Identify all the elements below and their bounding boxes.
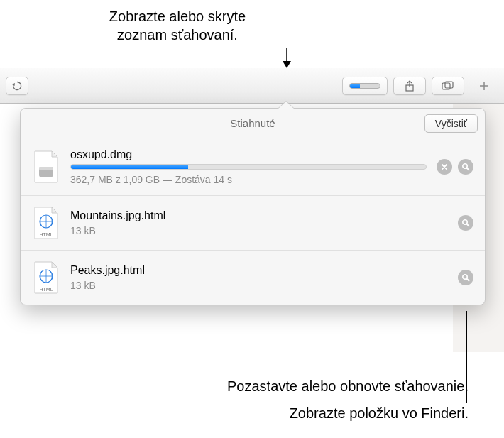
clear-button[interactable]: Vyčistiť — [424, 114, 478, 133]
downloads-popover: Stiahnuté Vyčistiť osxupd.dmg 362,7 MB z… — [20, 108, 486, 305]
tabs-icon — [442, 81, 454, 91]
download-name: Peaks.jpg.html — [70, 264, 448, 277]
reload-icon — [12, 81, 22, 91]
magnifier-icon — [461, 163, 470, 171]
download-item: HTML Peaks.jpg.html 13 kB — [21, 251, 485, 305]
tabs-button[interactable] — [432, 77, 464, 95]
magnifier-icon — [461, 219, 470, 227]
show-in-finder-button[interactable] — [458, 159, 473, 175]
svg-marker-1 — [283, 61, 291, 68]
svg-line-9 — [467, 168, 469, 170]
download-item: osxupd.dmg 362,7 MB z 1,09 GB — Zostáva … — [21, 138, 485, 196]
svg-text:HTML: HTML — [39, 287, 53, 292]
magnifier-icon — [461, 273, 470, 282]
new-tab-button[interactable] — [470, 77, 498, 95]
annotation-show-hide-downloads: Zobrazte alebo skryte zoznam sťahovaní. — [71, 7, 284, 44]
download-status: 13 kB — [70, 225, 448, 236]
stop-download-button[interactable] — [437, 159, 452, 175]
downloads-button[interactable] — [342, 77, 388, 95]
share-button[interactable] — [393, 77, 426, 95]
download-name: Mountains.jpg.html — [70, 209, 448, 222]
download-item: HTML Mountains.jpg.html 13 kB — [21, 196, 485, 251]
plus-icon — [478, 80, 490, 92]
browser-toolbar — [0, 68, 504, 104]
svg-text:HTML: HTML — [39, 232, 53, 237]
svg-line-17 — [467, 279, 469, 281]
annotation-show-in-finder: Zobrazte položku vo Finderi. — [43, 404, 469, 422]
show-in-finder-button[interactable] — [458, 270, 473, 285]
share-icon — [405, 80, 415, 92]
svg-rect-4 — [442, 83, 450, 89]
html-file-icon: HTML — [32, 261, 60, 295]
download-name: osxupd.dmg — [70, 148, 427, 161]
annotation-pause-resume: Pozastavte alebo obnovte sťahovanie. — [43, 377, 469, 395]
reload-button[interactable] — [6, 77, 28, 95]
dmg-file-icon — [32, 150, 60, 184]
close-icon — [441, 163, 448, 170]
downloads-progress-icon — [349, 83, 380, 89]
download-status: 13 kB — [70, 280, 448, 291]
svg-rect-7 — [39, 167, 53, 170]
html-file-icon: HTML — [32, 206, 60, 240]
popover-header: Stiahnuté Vyčistiť — [21, 109, 485, 138]
svg-line-13 — [467, 224, 469, 226]
popover-title: Stiahnuté — [230, 117, 275, 129]
show-in-finder-button[interactable] — [458, 215, 473, 231]
svg-rect-5 — [445, 82, 453, 88]
callout-line — [454, 192, 454, 376]
download-progress-bar — [70, 164, 427, 170]
download-status: 362,7 MB z 1,09 GB — Zostáva 14 s — [70, 174, 427, 185]
